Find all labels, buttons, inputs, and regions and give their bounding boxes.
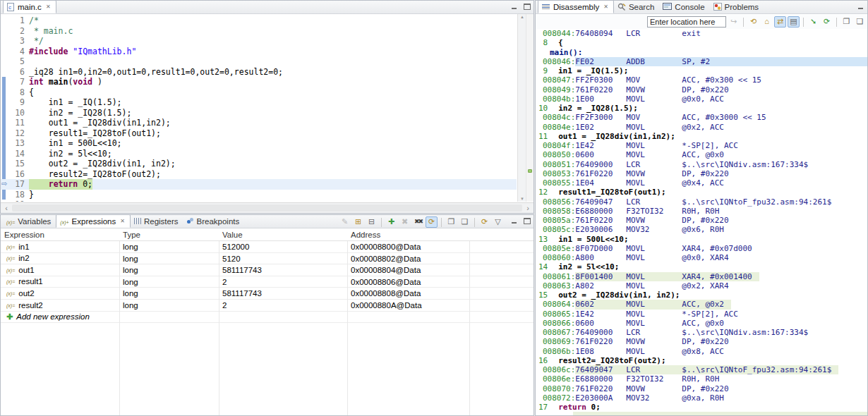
minimize-icon[interactable]	[857, 4, 864, 10]
current-line-marker[interactable]	[528, 169, 532, 173]
asm-row[interactable]: 008047:FF2F0300MOVACC, #0x300 << 15	[536, 75, 867, 85]
asm-row[interactable]: 008070:761F0220MOVWDP, #0x220	[536, 384, 867, 393]
source-line-row[interactable]: 16result2=_IQ28toF(out2);	[536, 356, 867, 365]
editor-line[interactable]: 3 */	[1, 36, 517, 47]
asm-row[interactable]: 008072:E203000AMOV32@0xa, R0H	[536, 393, 867, 403]
line-number[interactable]: 15	[1, 159, 29, 169]
editor-line[interactable]: 2 * main.c	[1, 26, 517, 37]
expression-row[interactable]: result1long20x00008806@Data	[1, 276, 534, 288]
asm-row[interactable]: 008050:0600MOVLACC, @0x0	[536, 150, 867, 159]
tab-main-c[interactable]: c main.c ✕	[3, 0, 56, 13]
address-cell[interactable]: 0x00008806@Data	[347, 276, 469, 288]
minimize-icon[interactable]	[511, 4, 518, 10]
source-line-row[interactable]: 17return 0;	[536, 403, 867, 412]
expression-row[interactable]: result2long20x0000880A@Data	[1, 300, 534, 312]
value-cell[interactable]: 581117743	[219, 264, 347, 276]
asm-row[interactable]: 008064:0602MOVLACC, @0x2	[536, 300, 867, 309]
address-cell[interactable]: 0x00008802@Data	[347, 253, 469, 264]
line-number[interactable]: 18	[1, 190, 29, 200]
expression-row[interactable]: out2long5811177430x00008808@Data	[1, 288, 534, 300]
asm-row[interactable]: 008044:76408094LCRexit	[536, 29, 867, 38]
asm-row[interactable]: 008066:0600MOVLACC, @0x0	[536, 319, 867, 328]
collapse-all-icon[interactable]: ⊟	[366, 216, 378, 228]
asm-row[interactable]: 00805a:761F0220MOVWDP, #0x220	[536, 216, 867, 225]
line-number[interactable]: 13	[1, 138, 29, 149]
source-line-row[interactable]: 13in1 = 500L<<10;	[536, 235, 867, 244]
editor-line[interactable]: 14 in2 = 5l<<10;	[1, 149, 517, 159]
refresh-icon[interactable]: ⟳	[478, 216, 490, 228]
editor-line[interactable]: 9 in1 = _IQ(1.5);	[1, 97, 517, 108]
remove-expression-icon[interactable]: ✖	[399, 216, 411, 228]
address-cell[interactable]: 0x0000880A@Data	[347, 300, 469, 311]
view-menu-icon[interactable]: ▽	[492, 216, 504, 228]
expression-cell[interactable]: in1	[1, 241, 119, 252]
editor-line[interactable]: 19	[1, 200, 517, 202]
refresh-view-icon[interactable]: ⟲	[747, 16, 759, 27]
asm-row[interactable]: 008053:761F0220MOVWDP, #0x220	[536, 169, 867, 178]
line-number[interactable]: 7	[1, 77, 29, 87]
editor-line[interactable]: 6_iq28 in1=0,in2=0,out1=0,result1=0,out2…	[1, 67, 517, 78]
editor-line[interactable]: 15 out2 = _IQ28div(in1, in2);	[1, 159, 517, 169]
line-number[interactable]: 14	[1, 149, 29, 159]
maximize-icon[interactable]	[524, 4, 531, 10]
source-line-row[interactable]: 9in1 = _IQ(1.5);	[536, 66, 867, 75]
asm-row[interactable]: 00804e:1E02MOVL@0x2, ACC	[536, 123, 867, 132]
editor-line[interactable]: 5	[1, 56, 517, 67]
editor-line[interactable]: 10 in2 = _IQ28(1.5);	[1, 108, 517, 118]
asm-row[interactable]: 008055:1E04MOVL@0x4, ACC	[536, 178, 867, 188]
type-cell[interactable]: long	[119, 264, 219, 276]
tab-breakpoints[interactable]: Breakpoints	[183, 214, 245, 228]
tab-console[interactable]: Console	[659, 0, 709, 13]
tab-disassembly[interactable]: Disassembly ✕	[538, 0, 614, 13]
col-value[interactable]: Value	[219, 229, 347, 240]
line-number[interactable]: 3	[1, 36, 29, 47]
line-number[interactable]: 19	[1, 200, 29, 202]
source-line-row[interactable]: 14in2 = 5l<<10;	[536, 262, 867, 271]
minimize-icon[interactable]	[511, 218, 518, 224]
source-line-row[interactable]: 8{	[536, 38, 867, 47]
code-editor[interactable]: ⇨ 1/*2 * main.c3 */4#include "IQmathLib.…	[1, 14, 534, 202]
asm-row[interactable]: 00806e:E6880000F32TOI32R0H, R0H	[536, 374, 867, 384]
value-cell[interactable]: 581117743	[219, 288, 347, 299]
expression-row[interactable]: out1long5811177430x00008804@Data	[1, 264, 534, 276]
source-line-row[interactable]: 11out1 = _IQ28div(in1,in2);	[536, 132, 867, 141]
asm-row[interactable]: 008049:761F0220MOVWDP, #0x220	[536, 85, 867, 94]
type-cell[interactable]: long	[119, 288, 219, 299]
asm-row[interactable]: 00805e:8F07D000MOVLXAR4, #0x07d000	[536, 244, 867, 253]
asm-row[interactable]: 008046:FE02ADDBSP, #2	[536, 57, 867, 66]
line-number[interactable]: 10	[1, 108, 29, 118]
close-icon[interactable]: ✕	[46, 4, 51, 10]
pin-view-icon[interactable]: ❏	[459, 216, 471, 228]
asm-row[interactable]: 008058:E6880000F32TOI32R0H, R0H	[536, 207, 867, 216]
asm-row[interactable]: 00804b:1E00MOVL@0x0, ACC	[536, 94, 867, 104]
tab-registers[interactable]: Registers	[131, 214, 183, 228]
line-number[interactable]: 1	[1, 16, 29, 26]
home-icon[interactable]: ⌂	[761, 16, 773, 27]
scrollbar-thumb[interactable]	[12, 204, 522, 212]
continuous-refresh-icon[interactable]: ⟳	[426, 216, 438, 228]
asm-row[interactable]: 008060:A800MOVL@0x0, XAR4	[536, 253, 867, 262]
show-logical-structure-icon[interactable]: ⊞	[352, 216, 364, 228]
editor-line[interactable]: 4#include "IQmathLib.h"	[1, 47, 517, 57]
open-new-view-icon[interactable]: ❐	[840, 16, 852, 27]
tab-search[interactable]: Search	[614, 0, 659, 13]
close-icon[interactable]: ✕	[120, 218, 125, 224]
clipped-row[interactable]	[536, 412, 867, 415]
add-expression-icon[interactable]: ✚	[385, 216, 397, 228]
address-cell[interactable]: 0x00008808@Data	[347, 288, 469, 299]
editor-line[interactable]: 16 result2=_IQ28toF(out2);	[1, 169, 517, 180]
asm-row[interactable]: 00804f:1E42MOVL*-SP[2], ACC	[536, 141, 867, 150]
tab-problems[interactable]: Problems	[710, 0, 764, 13]
pin-view-icon[interactable]: ❏	[854, 16, 866, 27]
col-address[interactable]: Address	[347, 229, 469, 240]
new-expression-view-icon[interactable]: ❐	[445, 216, 457, 228]
asm-row[interactable]: 008069:761F0220MOVWDP, #0x220	[536, 337, 867, 346]
tab-expressions[interactable]: Expressions ✕	[56, 214, 131, 228]
asm-row[interactable]: 00804c:FF2F3000MOVACC, #0x3000 << 15	[536, 113, 867, 122]
value-cell[interactable]: 512000	[219, 241, 347, 252]
editor-line[interactable]: 18}	[1, 190, 517, 200]
line-number[interactable]: 11	[1, 118, 29, 128]
line-number[interactable]: 2	[1, 26, 29, 37]
value-cell[interactable]: 5120	[219, 253, 347, 264]
editor-line[interactable]: 17 return 0;	[1, 179, 517, 190]
